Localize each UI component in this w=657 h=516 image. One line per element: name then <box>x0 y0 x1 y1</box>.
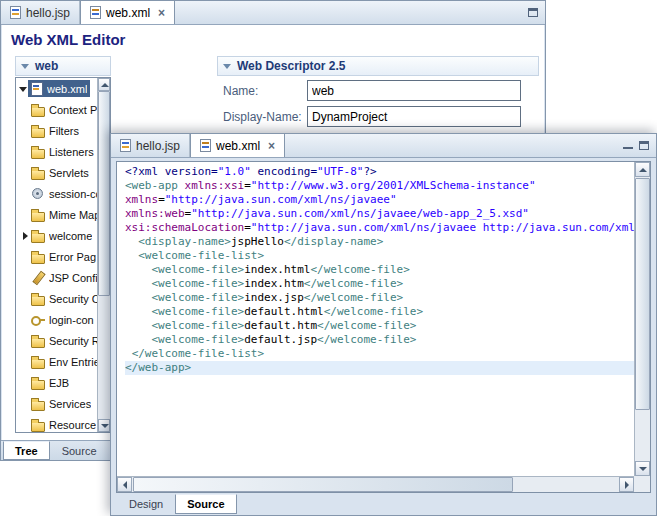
tree-item[interactable]: login-con <box>16 309 97 330</box>
scroll-down-icon[interactable] <box>98 419 110 432</box>
code-token: xmlns <box>125 193 158 206</box>
code-token: <?xml version= <box>125 165 218 178</box>
code-line[interactable]: <welcome-file>index.jsp</welcome-file> <box>125 291 634 305</box>
display-name-field[interactable] <box>307 106 521 127</box>
code-line[interactable]: </welcome-file-list> <box>125 347 634 361</box>
editor-horizontal-scrollbar[interactable] <box>117 476 634 492</box>
code-token: </welcome-file> <box>317 319 416 332</box>
scroll-right-icon[interactable] <box>619 477 634 492</box>
tree-item-label: welcome <box>49 230 92 242</box>
code-token <box>125 305 152 318</box>
tab-source-view[interactable]: Source <box>175 494 236 514</box>
scroll-up-icon[interactable] <box>98 78 110 91</box>
editor-vertical-scrollbar[interactable] <box>634 162 650 476</box>
tree-item-body[interactable]: Env Entries <box>30 353 97 370</box>
horizontal-scrollbar-thumb[interactable] <box>133 477 513 492</box>
code-line[interactable]: <welcome-file>index.html</welcome-file> <box>125 263 634 277</box>
tree-item[interactable]: Env Entries <box>16 351 97 372</box>
section-collapse-icon[interactable] <box>20 61 30 71</box>
close-tab-icon[interactable]: × <box>268 141 275 151</box>
code-token: default.jsp <box>244 333 317 346</box>
minimize-window-icon[interactable] <box>623 142 633 149</box>
code-token: </welcome-file> <box>304 291 403 304</box>
tree-item-body[interactable]: Services <box>30 395 94 412</box>
tab-hello-jsp[interactable]: hello.jsp <box>111 134 190 157</box>
twisty-spacer <box>20 378 30 388</box>
scroll-up-icon[interactable] <box>635 162 650 177</box>
bottom-tab-label: Source <box>62 445 97 457</box>
tree-item-label: Security C <box>49 293 97 305</box>
tree-item-body[interactable]: JSP Config <box>30 269 97 286</box>
code-line[interactable]: xsi:schemaLocation="http://java.sun.com/… <box>125 221 634 235</box>
vertical-scrollbar-thumb[interactable] <box>635 178 650 410</box>
tree-item-body[interactable]: welcome <box>30 227 95 244</box>
code-line[interactable]: <welcome-file>default.htm</welcome-file> <box>125 319 634 333</box>
close-tab-icon[interactable]: × <box>158 8 165 18</box>
expand-arrow-icon[interactable] <box>20 231 30 241</box>
descriptor-section-header[interactable]: Web Descriptor 2.5 <box>217 56 539 76</box>
tree-scrollbar-thumb[interactable] <box>98 91 110 296</box>
tree-item[interactable]: web.xml <box>16 78 97 99</box>
code-line[interactable]: <welcome-file-list> <box>125 249 634 263</box>
code-line[interactable]: <welcome-file>default.html</welcome-file… <box>125 305 634 319</box>
code-line[interactable]: xmlns="http://java.sun.com/xml/ns/javaee… <box>125 193 634 207</box>
tree-item[interactable]: Listeners <box>16 141 97 162</box>
scroll-left-icon[interactable] <box>117 477 132 492</box>
pencil-icon <box>31 271 46 284</box>
tree-item[interactable]: Mime Map <box>16 204 97 225</box>
tab-design-view[interactable]: Design <box>117 494 175 514</box>
tree-item[interactable]: Resource <box>16 414 97 432</box>
tree-item[interactable]: Security R <box>16 330 97 351</box>
tree-item[interactable]: Security C <box>16 288 97 309</box>
tree-item-body[interactable]: Context Params <box>30 101 97 118</box>
code-line[interactable]: <display-name>jspHello</display-name> <box>125 235 634 249</box>
code-line[interactable]: <welcome-file>index.htm</welcome-file> <box>125 277 634 291</box>
tree-item-body[interactable]: Filters <box>30 122 82 139</box>
maximize-window-icon[interactable] <box>639 141 649 150</box>
tab-tree-view[interactable]: Tree <box>3 441 50 460</box>
xml-source-editor[interactable]: <?xml version="1.0" encoding="UTF-8"?><w… <box>116 161 651 493</box>
tree-item[interactable]: Context Params <box>16 99 97 120</box>
tree-item-label: session-con <box>49 188 97 200</box>
twisty-spacer <box>20 357 30 367</box>
tree-item-body[interactable]: Error Pag <box>30 248 97 265</box>
collapse-arrow-icon[interactable] <box>18 84 28 94</box>
tree-item-body[interactable]: Security C <box>30 290 97 307</box>
tree-item[interactable]: Services <box>16 393 97 414</box>
code-line[interactable]: <?xml version="1.0" encoding="UTF-8"?> <box>125 165 634 179</box>
tree-item[interactable]: EJB <box>16 372 97 393</box>
tree-item-body[interactable]: login-con <box>30 311 97 328</box>
tree-scrollbar[interactable] <box>97 78 110 432</box>
tab-source-view[interactable]: Source <box>50 441 109 460</box>
tree-item-body[interactable]: Mime Map <box>30 206 97 223</box>
tree-item[interactable]: welcome <box>16 225 97 246</box>
tree-item[interactable]: session-con <box>16 183 97 204</box>
code-line[interactable]: xmlns:web="http://java.sun.com/xml/ns/ja… <box>125 207 634 221</box>
tree-item-label: Filters <box>49 125 79 137</box>
tree-item-body[interactable]: Security R <box>30 332 97 349</box>
tree-item-body[interactable]: EJB <box>30 374 72 391</box>
code-line[interactable]: <web-app xmlns:xsi="http://www.w3.org/20… <box>125 179 634 193</box>
section-collapse-icon[interactable] <box>222 61 232 71</box>
name-field[interactable] <box>307 80 521 101</box>
restore-window-icon[interactable] <box>528 8 538 17</box>
tree-item-body[interactable]: session-con <box>30 185 97 202</box>
code-line[interactable]: <welcome-file>default.jsp</welcome-file> <box>125 333 634 347</box>
tree-item-body[interactable]: Resource <box>30 416 97 432</box>
bottom-tab-label: Design <box>129 498 163 510</box>
tree-item[interactable]: Filters <box>16 120 97 141</box>
tree-item[interactable]: Error Pag <box>16 246 97 267</box>
tree-section-header[interactable]: web <box>15 56 111 76</box>
scroll-down-icon[interactable] <box>635 461 650 476</box>
tree-item[interactable]: JSP Config <box>16 267 97 288</box>
tab-web-xml[interactable]: web.xml × <box>190 134 285 157</box>
tab-hello-jsp[interactable]: hello.jsp <box>1 1 80 24</box>
tree-item-body[interactable]: web.xml <box>28 80 90 97</box>
tree-item-body[interactable]: Servlets <box>30 164 92 181</box>
tree-item[interactable]: Servlets <box>16 162 97 183</box>
code-area[interactable]: <?xml version="1.0" encoding="UTF-8"?><w… <box>117 162 634 476</box>
tab-web-xml[interactable]: web.xml × <box>80 1 175 24</box>
code-line[interactable]: </web-app> <box>125 361 634 375</box>
tree-item-body[interactable]: Listeners <box>30 143 97 160</box>
twisty-spacer <box>20 210 30 220</box>
